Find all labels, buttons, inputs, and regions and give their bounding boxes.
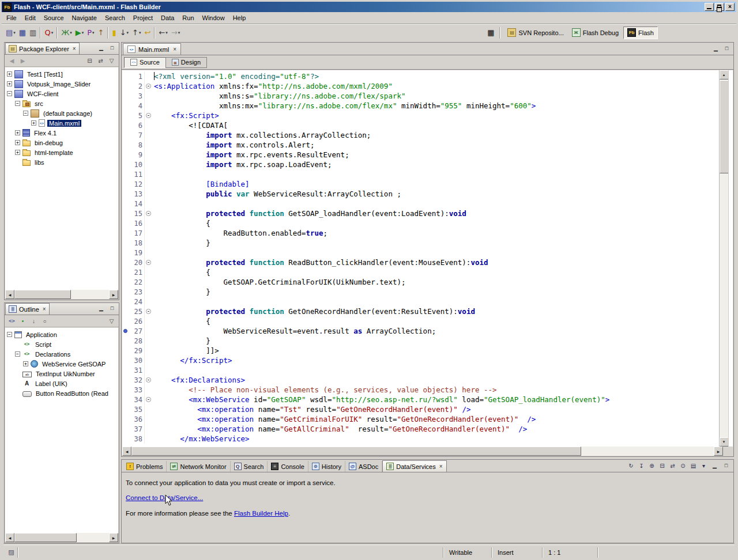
code-line[interactable]: 32 <fx:Declarations>: [122, 375, 719, 385]
menu-run[interactable]: Run: [178, 13, 198, 22]
tree-item-default-package[interactable]: −(default package): [5, 108, 118, 118]
fold-collapse-icon[interactable]: [146, 84, 151, 89]
expand-toggle-icon[interactable]: +: [15, 140, 20, 145]
link-with-editor-icon[interactable]: ⇄: [96, 56, 106, 66]
tree-item-votpusk-image-slider[interactable]: +Votpusk_Image_Slider: [5, 79, 118, 89]
minimize-button[interactable]: [705, 3, 714, 11]
close-tab-icon[interactable]: ×: [439, 464, 443, 470]
save-button[interactable]: ▦: [17, 26, 28, 40]
tree-item-libs[interactable]: libs: [5, 157, 118, 167]
expand-toggle-icon[interactable]: +: [23, 361, 28, 366]
tree-item-wcf-client[interactable]: −WCF-client: [5, 89, 118, 99]
sort-icon[interactable]: •: [18, 316, 28, 326]
fold-collapse-icon[interactable]: [146, 397, 151, 402]
layout-icon[interactable]: ▤: [689, 461, 698, 470]
package-explorer-hscrollbar[interactable]: ◀ ▶: [5, 290, 118, 299]
minimize-editor-button[interactable]: ▁: [711, 44, 721, 53]
restore-button[interactable]: [715, 3, 724, 11]
menu-source[interactable]: Source: [40, 13, 68, 22]
code-line[interactable]: 20 protected function ReadButton_clickHa…: [122, 258, 719, 267]
link-with-editor-icon[interactable]: ⇄: [668, 461, 677, 470]
perspective-svn-reposito[interactable]: ▤SVN Reposito...: [504, 27, 567, 39]
run-button[interactable]: ▶▾: [74, 26, 86, 40]
fold-collapse-icon[interactable]: [146, 211, 151, 216]
tree-item-main-mxml[interactable]: +<>Main.mxml: [5, 118, 118, 128]
flash-builder-help-link[interactable]: Flash Builder Help: [234, 510, 288, 517]
perspective-flash-debug[interactable]: ЖFlash Debug: [568, 27, 622, 39]
code-line[interactable]: 1<?xml version="1.0" encoding="utf-8"?>: [122, 71, 719, 81]
external-tools-button[interactable]: Q▾: [43, 26, 55, 40]
expand-toggle-icon[interactable]: +: [15, 130, 20, 135]
forward-icon[interactable]: ▶: [18, 56, 28, 66]
next-annotation-button[interactable]: ↓▾: [118, 26, 130, 40]
tab-data-services[interactable]: ≣Data/Services×: [382, 460, 446, 472]
code-line[interactable]: 34 <mx:WebService id="GetSOAP" wsdl="htt…: [122, 395, 719, 404]
code-line[interactable]: 13 public var WebServiceResult:ArrayColl…: [122, 189, 719, 199]
tab-main-mxml[interactable]: <> Main.mxml ×: [123, 43, 181, 55]
code-line[interactable]: 19: [122, 248, 719, 258]
editor-vscrollbar[interactable]: ▲ ▼: [719, 70, 728, 447]
back-icon[interactable]: ◀: [7, 56, 17, 66]
tab-network-monitor[interactable]: ⇄Network Monitor: [167, 461, 230, 472]
code-line[interactable]: 6 <![CDATA[: [122, 120, 719, 130]
code-line[interactable]: 22 GetSOAP.GetCriminalForUIK(UikNumber.t…: [122, 277, 719, 287]
scroll-thumb[interactable]: [131, 447, 581, 456]
expand-toggle-icon[interactable]: +: [15, 150, 20, 155]
code-line[interactable]: 33 <!-- Place non-visual elements (e.g.,…: [122, 385, 719, 395]
code-line[interactable]: 37 <mx:operation name="GetAllCriminal" r…: [122, 424, 719, 434]
expand-toggle-icon[interactable]: +: [31, 120, 36, 126]
fast-view-icon[interactable]: ▨: [6, 547, 16, 557]
menu-search[interactable]: Search: [101, 13, 129, 22]
code-line[interactable]: 21 {: [122, 267, 719, 277]
refresh-icon[interactable]: ↻: [627, 461, 635, 470]
tree-item-html-template[interactable]: +html-template: [5, 147, 118, 157]
scroll-thumb[interactable]: [14, 533, 77, 542]
scroll-left-button[interactable]: ◀: [5, 533, 14, 542]
scroll-left-button[interactable]: ◀: [122, 447, 131, 456]
tab-asdoc[interactable]: @ASDoc: [345, 461, 382, 472]
code-line[interactable]: 26 {: [122, 316, 719, 326]
tree-item-test1-test1[interactable]: +Test1 [Test1]: [5, 69, 118, 79]
show-source-icon[interactable]: <>: [7, 316, 17, 326]
tree-item-src[interactable]: −src: [5, 99, 118, 108]
collapse-toggle-icon[interactable]: −: [23, 111, 28, 116]
menu-data[interactable]: Data: [157, 13, 178, 22]
scroll-right-button[interactable]: ▶: [714, 447, 723, 456]
menu-help[interactable]: Help: [229, 13, 250, 22]
code-line[interactable]: 31: [122, 365, 719, 375]
close-view-icon[interactable]: ×: [73, 46, 76, 52]
code-line[interactable]: 7 import mx.collections.ArrayCollection;: [122, 130, 719, 140]
collapse-toggle-icon[interactable]: −: [7, 332, 12, 337]
code-line[interactable]: 27 WebServiceResult=event.result as Arra…: [122, 326, 719, 336]
menu-edit[interactable]: Edit: [21, 13, 40, 22]
scroll-thumb[interactable]: [14, 290, 71, 299]
new-button[interactable]: ▤▾: [4, 26, 17, 40]
fold-collapse-icon[interactable]: [146, 377, 151, 383]
close-view-icon[interactable]: ×: [43, 307, 46, 312]
code-line[interactable]: 29 ]]>: [122, 346, 719, 355]
editor-hscrollbar[interactable]: ◀ ▶: [122, 447, 723, 456]
fold-collapse-icon[interactable]: [146, 113, 151, 118]
minimize-view-button[interactable]: ▁: [96, 304, 106, 313]
collapse-toggle-icon[interactable]: −: [15, 351, 20, 357]
profile-button[interactable]: P▾: [85, 26, 96, 40]
expand-toggle-icon[interactable]: +: [7, 81, 12, 86]
tree-item-label-uik[interactable]: ALabel (UIK): [5, 379, 118, 388]
code-line[interactable]: 24: [122, 297, 719, 307]
code-line[interactable]: 25 protected function GetOneRecordHandle…: [122, 307, 719, 316]
code-line[interactable]: 15 protected function GetSOAP_loadHandle…: [122, 209, 719, 218]
pin-icon[interactable]: ⊙: [679, 461, 687, 470]
tree-item-script[interactable]: <>Script: [5, 339, 118, 349]
menu-file[interactable]: File: [2, 13, 21, 22]
fold-collapse-icon[interactable]: [146, 260, 151, 265]
scroll-thumb[interactable]: [720, 80, 729, 173]
code-line[interactable]: 30 </fx:Script>: [122, 355, 719, 365]
tree-item-application[interactable]: −Application: [5, 330, 118, 339]
minimize-view-button[interactable]: ▁: [96, 44, 106, 52]
code-line[interactable]: 2<s:Application xmlns:fx="http://ns.adob…: [122, 81, 719, 91]
menu-project[interactable]: Project: [129, 13, 157, 22]
tree-item-textinput-uiknumber[interactable]: abTextInput UikNumber: [5, 369, 118, 379]
code-line[interactable]: 28 }: [122, 336, 719, 346]
previous-annotation-button[interactable]: ↑▾: [130, 26, 142, 40]
tab-history[interactable]: ⊙History: [308, 461, 345, 472]
